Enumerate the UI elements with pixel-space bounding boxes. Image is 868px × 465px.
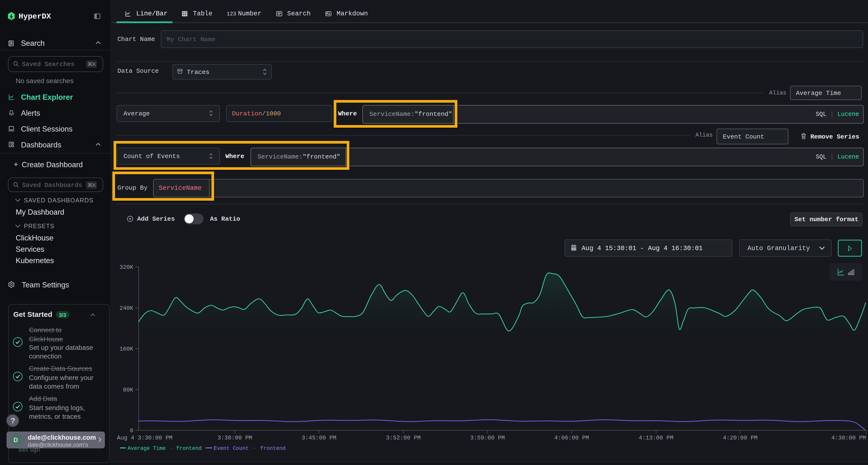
svg-text:4:13:00 PM: 4:13:00 PM [639, 435, 674, 441]
svg-text:3:45:00 PM: 3:45:00 PM [302, 435, 336, 441]
svg-text:320K: 320K [119, 264, 133, 271]
svg-text:160K: 160K [119, 346, 133, 352]
svg-text:0: 0 [130, 427, 133, 434]
svg-text:4:20:00 PM: 4:20:00 PM [723, 435, 757, 441]
svg-text:4:06:00 PM: 4:06:00 PM [554, 435, 589, 441]
svg-text:3:38:00 PM: 3:38:00 PM [217, 435, 252, 441]
svg-text:240K: 240K [119, 305, 133, 311]
svg-text:4:30:00 PM: 4:30:00 PM [831, 435, 866, 441]
svg-text:3:52:00 PM: 3:52:00 PM [386, 435, 421, 441]
svg-text:80K: 80K [123, 387, 133, 393]
svg-text:3:59:00 PM: 3:59:00 PM [470, 435, 505, 441]
svg-text:Aug 4 3:30:00 PM: Aug 4 3:30:00 PM [117, 435, 173, 441]
